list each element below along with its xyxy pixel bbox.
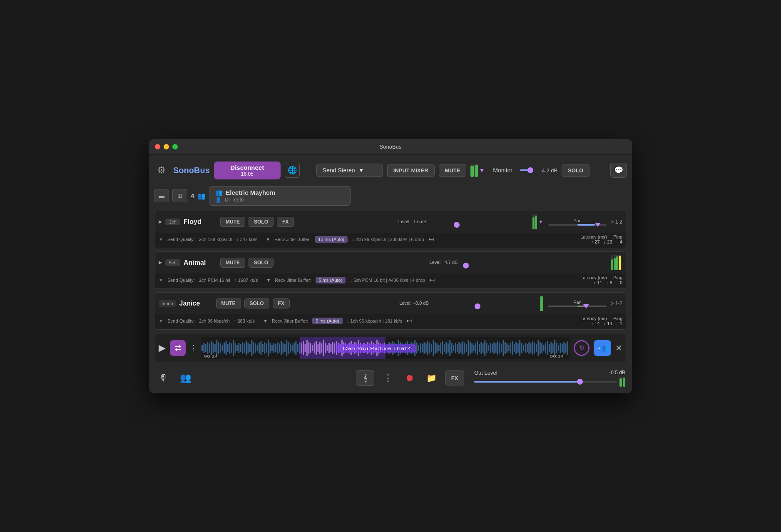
monitor-slider[interactable] [520, 169, 532, 171]
minimize-button[interactable] [164, 144, 169, 149]
svg-rect-149 [475, 343, 476, 353]
svg-rect-136 [451, 343, 453, 353]
animal-vu-meter [611, 255, 621, 270]
floyd-pan-wrap: Pan [548, 218, 607, 226]
tuner-button[interactable]: 𝄞 [356, 370, 374, 386]
floyd-connect-icon[interactable]: ↤ [428, 235, 434, 243]
animal-mute-button[interactable]: MUTE [220, 258, 245, 268]
floyd-sq-value: 2ch 128 kbps/ch [199, 237, 232, 242]
svg-rect-62 [314, 343, 315, 353]
janice-detail-arrow[interactable]: ▼ [159, 318, 163, 323]
animal-connect-icon[interactable]: ↤ [429, 276, 435, 284]
floyd-pan-slider[interactable] [548, 224, 607, 226]
solo-button[interactable]: SOLO [562, 164, 589, 177]
janice-pan-wrap: Pan [548, 300, 607, 307]
svg-rect-35 [266, 343, 267, 353]
disconnect-button[interactable]: Disconnect 16:05 [214, 162, 281, 179]
monitor-label: Monitor [493, 167, 512, 174]
svg-rect-10 [220, 343, 221, 353]
svg-rect-125 [431, 344, 432, 352]
svg-rect-18 [235, 343, 236, 353]
bottom-toolbar: 🎙 👥 𝄞 ⋮ ⏺ 📁 FX Out Level -0.5 dB [154, 366, 627, 388]
svg-rect-7 [214, 344, 216, 352]
mic-button[interactable]: 🎙 [156, 370, 172, 386]
svg-rect-68 [325, 343, 326, 353]
svg-rect-8 [216, 340, 217, 356]
janice-sq-label: Send Quality: [167, 318, 195, 323]
svg-rect-139 [457, 344, 458, 352]
janice-connect-icon[interactable]: ↤ [406, 317, 412, 325]
svg-rect-152 [480, 342, 482, 354]
svg-rect-11 [222, 345, 223, 351]
svg-rect-40 [275, 344, 276, 352]
maximize-button[interactable] [172, 144, 178, 149]
layout-btn-2[interactable]: ⊞ [172, 189, 187, 202]
svg-text:00:14: 00:14 [204, 354, 218, 358]
playback-more-button[interactable]: ⋮ [190, 343, 197, 353]
network-button[interactable]: 🌐 [285, 163, 300, 178]
animal-solo-button[interactable]: SOLO [249, 258, 274, 268]
svg-rect-181 [534, 343, 535, 353]
floyd-mute-button[interactable]: MUTE [220, 217, 245, 227]
input-mixer-button[interactable]: INPUT MIXER [387, 164, 435, 177]
more-toolbar-button[interactable]: ⋮ [380, 370, 396, 386]
svg-rect-154 [484, 340, 485, 356]
svg-rect-157 [490, 343, 491, 353]
folder-button[interactable]: 📁 [423, 370, 439, 386]
svg-rect-132 [444, 344, 445, 352]
loop-button[interactable]: ⇄ [170, 340, 186, 356]
svg-rect-72 [332, 342, 333, 354]
svg-rect-144 [466, 344, 467, 352]
svg-rect-143 [464, 343, 465, 353]
svg-rect-37 [270, 343, 271, 353]
layout-btn-1[interactable]: ▬ [154, 189, 169, 202]
out-level-slider-wrap [474, 377, 625, 387]
send-to-users-button[interactable]: →👥 [594, 340, 611, 356]
svg-rect-46 [286, 340, 287, 356]
play-button[interactable]: ▶ [159, 343, 166, 353]
animal-level-wrap: Level: -4.7 dB [281, 260, 606, 266]
floyd-expand-arrow[interactable]: ▶ [159, 219, 162, 224]
record-button[interactable]: ⏺ [402, 370, 418, 386]
janice-mute-button[interactable]: MUTE [216, 298, 241, 308]
animal-detail-arrow[interactable]: ▼ [159, 278, 163, 283]
out-level-slider[interactable] [474, 381, 617, 383]
svg-rect-48 [290, 343, 291, 353]
animal-sq-value: 2ch PCM 16 bit [199, 278, 230, 283]
janice-pan-slider[interactable] [548, 306, 607, 307]
janice-detail-arrow2[interactable]: ▼ [263, 318, 268, 323]
chat-button[interactable]: 💬 [610, 163, 627, 178]
janice-solo-button[interactable]: SOLO [244, 298, 269, 308]
svg-rect-63 [316, 341, 317, 355]
svg-rect-164 [502, 340, 504, 356]
fx-toolbar-button[interactable]: FX [445, 370, 464, 385]
mute-button[interactable]: MUTE [439, 164, 467, 177]
floyd-solo-button[interactable]: SOLO [249, 217, 274, 227]
svg-rect-172 [517, 343, 519, 353]
svg-rect-190 [550, 342, 552, 354]
floyd-detail-arrow2[interactable]: ▼ [266, 237, 270, 242]
send-mode-select[interactable]: Send Stereo ▼ [316, 164, 383, 177]
settings-button[interactable]: ⚙ [154, 163, 169, 178]
svg-rect-60 [310, 343, 311, 353]
animal-expand-arrow[interactable]: ▶ [159, 260, 162, 265]
close-playback-button[interactable]: ✕ [615, 343, 622, 353]
svg-rect-148 [473, 345, 475, 351]
floyd-fx-button[interactable]: FX [277, 217, 294, 227]
playback-bar: ▶ ⇄ ⋮ [154, 333, 627, 363]
svg-rect-59 [308, 342, 309, 354]
svg-rect-147 [471, 343, 473, 353]
svg-rect-58 [306, 340, 308, 356]
animal-detail-arrow2[interactable]: ▼ [266, 278, 271, 283]
users-button[interactable]: 👥 [177, 370, 193, 386]
svg-rect-36 [268, 340, 269, 356]
svg-rect-32 [260, 341, 261, 355]
close-button[interactable] [155, 144, 160, 149]
floyd-detail-arrow[interactable]: ▼ [159, 237, 163, 242]
svg-rect-38 [271, 345, 273, 351]
svg-rect-120 [422, 344, 423, 352]
animal-jitter-badge: 5 ms (Auto) [316, 277, 346, 283]
janice-fx-button[interactable]: FX [273, 298, 290, 308]
brand-label: SonoBus [173, 166, 210, 175]
janice-jitter-label: Recv Jitter Buffer: [272, 318, 308, 323]
